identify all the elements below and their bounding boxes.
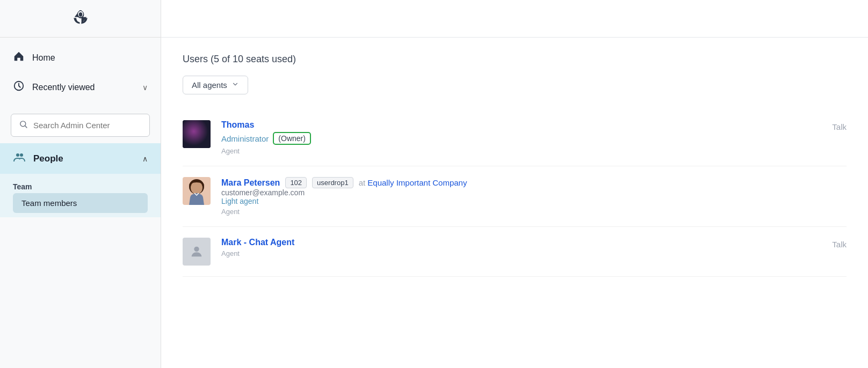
thomas-role: Administrator [221, 134, 269, 143]
filter-chevron-icon [232, 80, 239, 90]
filter-label: All agents [192, 80, 227, 90]
table-row: Mark - Chat Agent Agent Talk [183, 227, 847, 277]
people-label: People [33, 153, 135, 164]
sidebar-logo [0, 0, 161, 38]
mark-right: Talk [832, 238, 847, 249]
svg-point-7 [20, 153, 23, 157]
home-icon [13, 50, 25, 65]
thomas-name[interactable]: Thomas [221, 120, 254, 130]
sidebar-item-home[interactable]: Home [0, 43, 161, 72]
users-title: Users (5 of 10 seats used) [183, 54, 847, 65]
people-section: People ∧ Team Team members [0, 143, 161, 217]
mara-user-info: Mara Petersen 102 userdrop1 at Equally I… [221, 177, 847, 216]
sidebar: Home Recently viewed ∨ [0, 0, 161, 368]
mark-name[interactable]: Mark - Chat Agent [221, 238, 294, 247]
search-icon [19, 120, 28, 131]
sidebar-item-recently-viewed[interactable]: Recently viewed ∨ [0, 72, 161, 102]
content-body: Users (5 of 10 seats used) All agents Th… [161, 38, 868, 293]
mara-name-row: Mara Petersen 102 userdrop1 at Equally I… [221, 177, 847, 188]
main-content: Users (5 of 10 seats used) All agents Th… [161, 0, 868, 368]
sidebar-navigation: Home Recently viewed ∨ [0, 38, 161, 107]
home-label: Home [32, 53, 148, 63]
mark-talk-label: Talk [832, 240, 847, 249]
thomas-agent-label: Agent [221, 147, 311, 155]
table-row: Thomas Administrator (Owner) Agent Talk [183, 109, 847, 166]
zendesk-logo-icon [68, 6, 93, 32]
thomas-right: Talk [832, 120, 847, 132]
search-input[interactable] [33, 121, 142, 130]
mark-user-info: Mark - Chat Agent Agent [221, 238, 821, 257]
mara-agent-label: Agent [221, 208, 847, 216]
thomas-owner-badge: (Owner) [273, 132, 311, 145]
team-label: Team [13, 182, 148, 191]
mara-email: customer@example.com [221, 188, 847, 197]
svg-point-3 [78, 12, 82, 17]
svg-point-10 [194, 247, 199, 252]
content-header [161, 0, 868, 38]
sidebar-item-team-members[interactable]: Team members [13, 193, 148, 213]
team-section: Team Team members [0, 174, 161, 217]
mara-name[interactable]: Mara Petersen [221, 178, 280, 188]
table-row: Mara Petersen 102 userdrop1 at Equally I… [183, 166, 847, 227]
svg-point-9 [191, 181, 202, 194]
people-icon [13, 151, 26, 166]
thomas-name-row: Thomas [221, 120, 311, 130]
mara-at-company: at Equally Important Company [359, 178, 467, 187]
thomas-talk-label: Talk [832, 122, 847, 131]
recently-viewed-label: Recently viewed [32, 83, 135, 92]
mara-company-link[interactable]: Equally Important Company [367, 178, 467, 187]
mara-badge-tag: userdrop1 [312, 177, 353, 188]
clock-icon [13, 80, 25, 94]
recently-viewed-chevron: ∨ [142, 83, 148, 92]
search-container [0, 107, 161, 143]
thomas-user-info: Thomas Administrator (Owner) Agent [221, 120, 311, 155]
filter-dropdown[interactable]: All agents [183, 76, 248, 94]
avatar [183, 120, 211, 148]
mara-badge-number: 102 [285, 177, 307, 188]
mark-agent-label: Agent [221, 249, 821, 257]
mark-name-row: Mark - Chat Agent [221, 238, 821, 247]
mara-role: Light agent [221, 197, 847, 205]
svg-point-6 [16, 153, 19, 157]
search-box[interactable] [11, 114, 150, 137]
people-chevron: ∧ [142, 154, 148, 163]
avatar [183, 238, 211, 266]
sidebar-item-people[interactable]: People ∧ [0, 143, 161, 174]
avatar [183, 177, 211, 205]
